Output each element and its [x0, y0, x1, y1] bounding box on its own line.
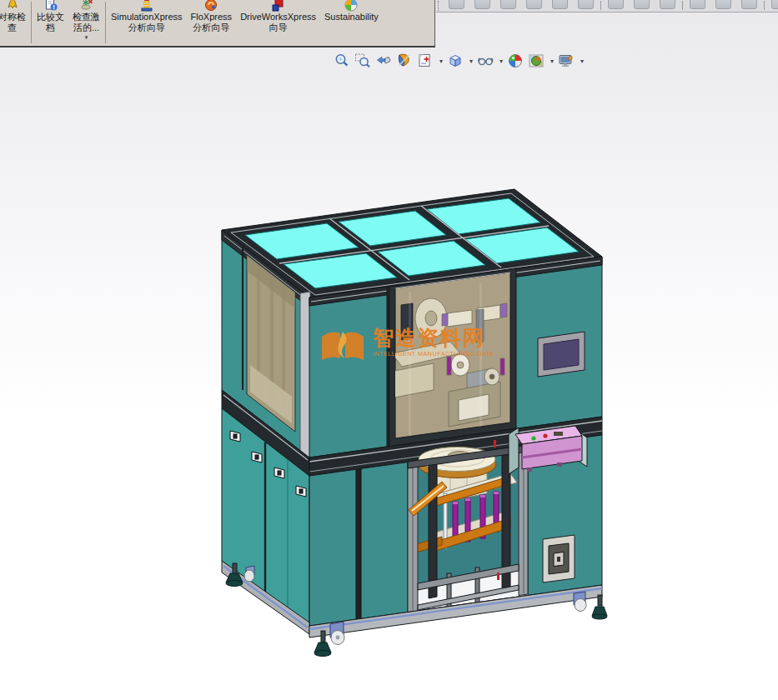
section-view-button[interactable] [395, 51, 415, 71]
hide-show-items-button[interactable] [476, 51, 496, 71]
button-label: SimulationXpress [111, 12, 183, 22]
edit-appearance-icon [507, 52, 524, 69]
disabled-icon [474, 0, 490, 9]
zoom-to-fit-button[interactable] [333, 51, 353, 71]
driveworksxpress-icon [272, 0, 285, 12]
disabled-icon [500, 0, 516, 9]
socket-plate [543, 535, 575, 582]
caster-wheel [244, 566, 254, 582]
button-label: 档 [46, 22, 55, 33]
button-label: DriveWorksXpress [240, 12, 316, 22]
apply-scene-button[interactable] [527, 51, 547, 71]
display-style-icon [447, 52, 464, 69]
disabled-icon [578, 0, 594, 9]
compare-documents-button[interactable]: 比较文 档 [33, 0, 68, 48]
symmetry-check-button[interactable]: 对称检 查 [0, 0, 30, 48]
hmi-screen [538, 332, 585, 377]
main-toolbar: 对称检 查 比较文 档 检查激 活的... ▾ [0, 0, 435, 48]
symmetry-check-icon [6, 0, 19, 12]
display-style-dropdown[interactable]: ▾ [467, 58, 475, 65]
hide-show-items-icon [477, 52, 494, 69]
button-label: 分析向导 [193, 22, 229, 33]
disabled-icon [690, 0, 705, 9]
zoom-to-fit-icon [334, 52, 350, 69]
previous-view-button[interactable] [374, 51, 394, 71]
floxpress-button[interactable]: FloXpress 分析向导 [187, 0, 237, 48]
hide-show-items-dropdown[interactable]: ▾ [497, 58, 505, 65]
machine-model [222, 189, 607, 657]
view-settings-icon [558, 52, 575, 69]
button-label: 分析向导 [128, 22, 165, 33]
display-style-button[interactable] [446, 51, 466, 71]
compare-documents-icon [44, 0, 58, 12]
sustainability-button[interactable]: Sustainability [320, 0, 383, 48]
toolbar-separator [600, 1, 601, 10]
button-label: 检查激 [73, 12, 100, 22]
button-label: 对称检 [0, 12, 26, 22]
disabled-icon [715, 0, 731, 9]
view-settings-dropdown[interactable]: ▾ [578, 58, 586, 65]
check-active-button[interactable]: 检查激 活的... ▾ [68, 0, 104, 48]
toolbar-separator [105, 2, 106, 43]
toolbar-separator [764, 1, 765, 10]
disabled-icon [552, 0, 568, 9]
simulationxpress-button[interactable]: SimulationXpress 分析向导 [107, 0, 187, 48]
caster-wheel [330, 622, 344, 645]
view-orientation-dropdown[interactable]: ▾ [437, 58, 445, 65]
button-label: FloXpress [191, 12, 233, 22]
sustainability-icon [344, 0, 358, 12]
leveling-foot [592, 595, 607, 619]
apply-scene-dropdown[interactable]: ▾ [548, 58, 556, 65]
button-label: 向导 [269, 22, 288, 33]
check-active-icon [80, 0, 93, 12]
disabled-icon [449, 0, 464, 9]
edit-appearance-button[interactable] [506, 51, 526, 71]
button-label: 查 [8, 22, 17, 33]
button-label: 活的... [73, 22, 99, 33]
toolbar-grip-handle[interactable] [438, 1, 441, 11]
chevron-down-icon[interactable]: ▾ [85, 34, 88, 40]
caster-wheel [574, 592, 586, 612]
disabled-icon [634, 0, 650, 9]
disabled-icon [660, 0, 675, 9]
toolbar-separator [682, 1, 683, 10]
disabled-icon [771, 0, 778, 9]
disabled-icon [526, 0, 542, 9]
solidworks-window: 智造资料网 INTELLIGENT MANUFACTURING DATA 对称检… [0, 0, 778, 700]
disabled-icon [608, 0, 624, 9]
zoom-to-area-icon [354, 52, 371, 69]
simulationxpress-icon [140, 0, 153, 12]
driveworksxpress-button[interactable]: DriveWorksXpress 向导 [236, 0, 320, 48]
toolbar-separator [31, 2, 32, 43]
heads-up-toolbar: ▾ ▾ ▾ [333, 50, 586, 72]
view-orientation-icon [417, 52, 434, 69]
section-view-icon [396, 52, 413, 69]
view-orientation-button[interactable] [416, 51, 436, 71]
secondary-toolbar [436, 0, 778, 12]
floxpress-icon [204, 0, 218, 12]
model-viewport[interactable] [0, 0, 778, 700]
previous-view-icon [375, 52, 392, 69]
zoom-to-area-button[interactable] [354, 51, 374, 71]
disabled-icon [741, 0, 757, 9]
view-settings-button[interactable] [557, 51, 577, 71]
button-label: Sustainability [324, 12, 379, 22]
apply-scene-icon [528, 52, 545, 69]
button-label: 比较文 [37, 12, 64, 22]
